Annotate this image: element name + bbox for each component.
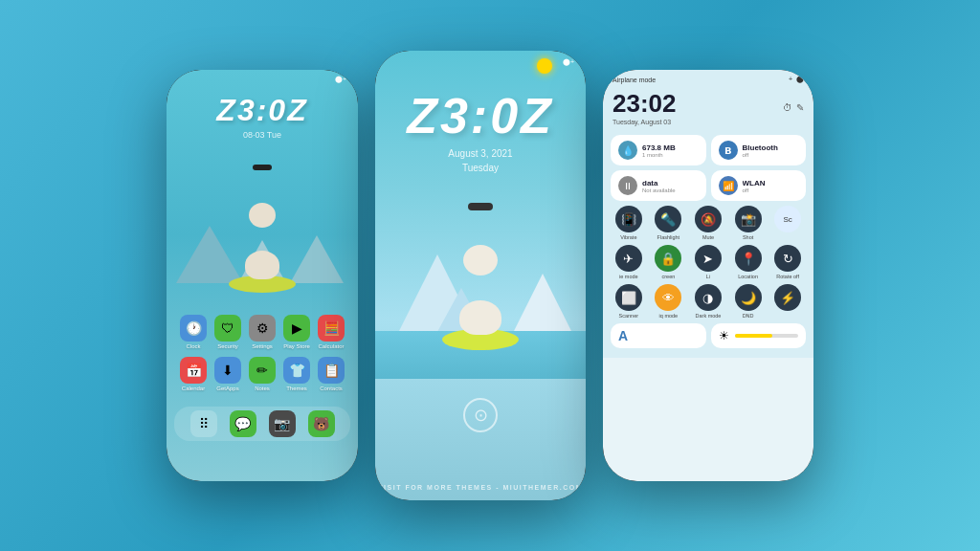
li-label: Li xyxy=(706,274,710,279)
left-illustration xyxy=(167,149,358,302)
app-settings[interactable]: ⚙ Settings xyxy=(245,315,279,349)
right-plus-icon: + xyxy=(789,76,792,83)
sun-icon xyxy=(537,58,552,74)
left-screen: ⬤+ Z3:0Z 08·03 Tue xyxy=(167,70,358,481)
center-date-line1: August 3, 2021 xyxy=(375,148,586,159)
airplane-label: ie mode xyxy=(619,274,638,279)
data-usage-tile[interactable]: 💧 673.8 MB 1 month xyxy=(611,135,706,165)
app-calendar[interactable]: 📅 Calendar xyxy=(176,357,211,391)
brightness-bar xyxy=(735,334,799,338)
app-row-1: 🕐 Clock 🛡 Security ⚙ Settings ▶ Play Sto… xyxy=(176,315,348,349)
center-battery: ⬤+ xyxy=(563,58,574,66)
flashlight-btn[interactable]: 🔦 Flashlight xyxy=(651,206,687,240)
right-status-bar: Airplane mode + ⬤ xyxy=(603,70,813,85)
extra-btn[interactable]: ⚡ xyxy=(769,284,806,319)
edit-icon[interactable]: ✎ xyxy=(796,102,804,113)
app-row-2: 📅 Calendar ⬇ GetApps ✏ Notes 👕 Themes 📋 xyxy=(176,357,348,391)
phone-right: Airplane mode + ⬤ 23:02 Tuesday, August … xyxy=(603,70,813,481)
contacts-icon: 📋 xyxy=(318,357,345,384)
wlan-tile[interactable]: 📶 WLAN off xyxy=(711,170,807,201)
quick-icons-row-3: ⬜ Scanner 👁 iq mode ◑ Dark mode 🌙 DND ⚡ xyxy=(611,284,806,319)
location-icon: 📍 xyxy=(735,245,762,272)
app-security[interactable]: 🛡 Security xyxy=(211,315,245,349)
notes-label: Notes xyxy=(255,386,270,391)
phone-center: ⬤+ Z3:0Z August 3, 2021 Tuesday xyxy=(375,51,586,500)
bluetooth-tile[interactable]: 𝗕 Bluetooth off xyxy=(711,135,807,165)
dock-item-3[interactable]: 🐻 xyxy=(308,410,335,437)
brightness-icon: ☀ xyxy=(719,329,729,342)
screenshot-btn[interactable]: 📸 Shot xyxy=(730,206,767,240)
dnd-label: DND xyxy=(743,313,754,319)
dark-mode-icon: ◑ xyxy=(695,284,722,311)
wlan-status: off xyxy=(743,187,799,193)
mute-label: Mute xyxy=(702,234,714,240)
calendar-label: Calendar xyxy=(182,386,205,391)
vibrate-btn[interactable]: 📳 Vibrate xyxy=(611,206,647,240)
extra-icon: ⚡ xyxy=(774,284,801,311)
app-contacts[interactable]: 📋 Contacts xyxy=(314,357,348,391)
app-getapps[interactable]: ⬇ GetApps xyxy=(211,357,245,391)
bluetooth-icon: 𝗕 xyxy=(719,141,738,160)
center-clock: Z3:0Z August 3, 2021 Tuesday xyxy=(375,87,586,173)
calculator-icon: 🧮 xyxy=(318,315,345,342)
scanner-btn[interactable]: ⬜ Scanner xyxy=(611,284,647,319)
li-btn[interactable]: ➤ Li xyxy=(690,245,726,279)
location-btn[interactable]: 📍 Location xyxy=(730,245,767,279)
timer-icon[interactable]: ⏱ xyxy=(783,102,792,113)
bear-raft xyxy=(229,276,296,293)
security-label: Security xyxy=(217,343,238,349)
app-themes[interactable]: 👕 Themes xyxy=(279,357,314,391)
center-bear xyxy=(442,329,519,350)
mobile-data-tile[interactable]: ⏸ data Not available xyxy=(611,170,706,201)
app-clock[interactable]: 🕐 Clock xyxy=(176,315,211,349)
quick-icons-row-2: ✈ ie mode 🔒 creen ➤ Li 📍 Location ↻ xyxy=(611,245,806,279)
left-clock-time: Z3:0Z xyxy=(167,93,358,128)
watermark-text: VISIT FOR MORE THEMES - MIUITHEMER.COM xyxy=(375,484,586,491)
settings-label: Settings xyxy=(252,343,273,349)
app-notes[interactable]: ✏ Notes xyxy=(245,357,279,391)
fingerprint-button[interactable]: ⊙ xyxy=(375,398,586,432)
dark-mode-label: Dark mode xyxy=(696,313,722,319)
calendar-icon: 📅 xyxy=(180,357,207,384)
flashlight-label: Flashlight xyxy=(657,234,680,240)
mountain-left-icon xyxy=(176,226,243,283)
rotate-icon: ↻ xyxy=(774,245,801,272)
contacts-label: Contacts xyxy=(320,386,343,391)
rotate-label: Rotate off xyxy=(776,274,799,279)
themes-icon: 👕 xyxy=(283,357,310,384)
airplane-icon: ✈ xyxy=(615,245,642,272)
rotate-btn[interactable]: ↻ Rotate off xyxy=(769,245,806,279)
app-play-store[interactable]: ▶ Play Store xyxy=(279,315,314,349)
control-tile-row: 💧 673.8 MB 1 month 𝗕 Bluetooth off xyxy=(611,135,806,165)
dock-item-1[interactable]: 💬 xyxy=(230,410,256,437)
bluetooth-status: off xyxy=(743,152,799,158)
dock-item-2[interactable]: 📷 xyxy=(269,410,296,437)
left-status-bar: ⬤+ xyxy=(167,70,358,85)
dock-item-0[interactable]: ⠿ xyxy=(190,410,217,437)
iq-mode-btn[interactable]: 👁 iq mode xyxy=(651,284,687,319)
mute-btn[interactable]: 🔕 Mute xyxy=(690,206,726,240)
font-tile[interactable]: A xyxy=(611,323,706,348)
control-grid: 💧 673.8 MB 1 month 𝗕 Bluetooth off ⏸ xyxy=(603,129,813,358)
airplane-btn[interactable]: ✈ ie mode xyxy=(611,245,647,279)
dnd-btn[interactable]: 🌙 DND xyxy=(730,284,767,319)
airplane-mode-label: Airplane mode xyxy=(612,77,656,83)
center-bear-body xyxy=(459,300,501,335)
right-battery-icon: ⬤ xyxy=(796,76,804,83)
mobile-data-label: data xyxy=(642,179,699,187)
brightness-tile[interactable]: ☀ xyxy=(711,323,807,348)
center-clock-time: Z3:0Z xyxy=(375,87,586,144)
data-usage-info: 673.8 MB 1 month xyxy=(642,143,699,158)
bluetooth-label: Bluetooth xyxy=(743,143,799,152)
center-illustration xyxy=(375,187,586,379)
clock-icon: 🕐 xyxy=(180,315,207,342)
dark-mode-btn[interactable]: ◑ Dark mode xyxy=(690,284,726,319)
app-grid: 🕐 Clock 🛡 Security ⚙ Settings ▶ Play Sto… xyxy=(167,307,358,407)
app-calculator[interactable]: 🧮 Calculator xyxy=(314,315,348,349)
sc-icon: Sc xyxy=(774,206,801,232)
screen-lock-btn[interactable]: 🔒 creen xyxy=(651,245,687,279)
bear-glasses xyxy=(253,165,272,170)
security-icon: 🛡 xyxy=(214,315,241,342)
sc-btn[interactable]: Sc xyxy=(769,206,806,240)
center-status-bar: ⬤+ xyxy=(375,51,586,68)
